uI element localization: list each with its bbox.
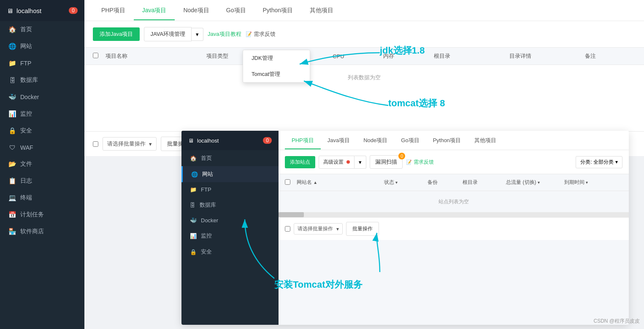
classify-button[interactable]: 分类: 全部分类 ▾ [576, 156, 622, 168]
red-dot-indicator [346, 160, 350, 164]
scrollbar-thumb[interactable] [279, 212, 304, 217]
add-java-project-button[interactable]: 添加Java项目 [93, 27, 140, 41]
sidebar-item-home[interactable]: 🏠首页 [0, 21, 84, 38]
bottom-select-checkbox[interactable] [93, 141, 98, 147]
inner-th-flow: 总流量 (切换) ▾ [506, 179, 564, 186]
inner-batch-button[interactable]: 批量操作 [346, 222, 379, 236]
tab-java[interactable]: Java项目 [134, 1, 175, 20]
inner-server-icon: 🖥 [188, 138, 194, 144]
sidebar-item-store[interactable]: 🏪软件商店 [0, 223, 84, 240]
inner-main: PHP项目 Java项目 Node项目 Go项目 Python项目 其他项目 添… [279, 131, 629, 325]
php-toolbar: 添加站点 高级设置 ▾ 漏洞扫描 0 📝 需求反馈 [279, 150, 629, 174]
inner-tab-java[interactable]: Java项目 [321, 132, 357, 149]
th-project-name: 项目名称 [106, 52, 206, 60]
env-management-group: JAVA环境管理 ▾ [144, 27, 203, 41]
inner-nav-home[interactable]: 🏠首页 [181, 150, 279, 166]
inner-nav-ftp[interactable]: 📁FTP [181, 182, 279, 197]
server-icon: 🖥 [7, 7, 13, 14]
monitor-icon: 📊 [8, 110, 16, 118]
tab-php[interactable]: PHP项目 [93, 1, 134, 20]
inner-globe-icon: 🌐 [191, 171, 198, 178]
env-dropdown-button[interactable]: ▾ [192, 28, 203, 41]
ftp-icon: 📁 [8, 59, 16, 67]
add-site-button[interactable]: 添加站点 [285, 156, 315, 168]
select-all-checkbox[interactable] [93, 53, 98, 58]
php-bottom-bar: 请选择批量操作 ▾ 批量操作 [279, 217, 629, 240]
horizontal-scrollbar[interactable] [279, 212, 629, 217]
feedback-link[interactable]: 📝 需求反馈 [246, 30, 276, 38]
inner-nav-monitor[interactable]: 📊监控 [181, 228, 279, 244]
inner-tab-python[interactable]: Python项目 [426, 132, 468, 149]
store-icon: 🏪 [8, 228, 16, 235]
inner-bottom-checkbox[interactable] [285, 226, 290, 232]
vuln-scan-button[interactable]: 漏洞扫描 [370, 155, 403, 169]
sidebar-item-docker[interactable]: 🐳Docker [0, 89, 84, 105]
database-icon: 🗄 [8, 77, 16, 84]
inner-select-all-checkbox[interactable] [285, 179, 290, 185]
inner-tab-go[interactable]: Go项目 [394, 132, 426, 149]
classify-arrow-icon: ▾ [615, 159, 618, 165]
inner-nav-database[interactable]: 🗄数据库 [181, 197, 279, 213]
advanced-settings-group: 高级设置 ▾ [319, 156, 366, 169]
sidebar-item-database[interactable]: 🗄数据库 [0, 72, 84, 89]
sidebar-item-ftp[interactable]: 📁FTP [0, 55, 84, 72]
tab-other[interactable]: 其他项目 [301, 1, 342, 20]
inner-tab-other[interactable]: 其他项目 [468, 132, 503, 149]
globe-icon: 🌐 [8, 43, 16, 50]
watermark: CSDN @程序员皮皮 [593, 318, 640, 325]
security-icon: 🔒 [8, 127, 16, 135]
php-empty-message: 站点列表为空 [279, 191, 629, 212]
home-icon: 🏠 [8, 26, 16, 33]
tab-python[interactable]: Python项目 [254, 1, 302, 20]
inner-db-icon: 🗄 [190, 202, 195, 208]
project-tabs: PHP项目 Java项目 Node项目 Go项目 Python项目 其他项目 [84, 0, 644, 21]
sidebar-brand: 🖥 localhost [7, 7, 41, 14]
tab-go[interactable]: Go项目 [218, 1, 254, 20]
inner-project-tabs: PHP项目 Java项目 Node项目 Go项目 Python项目 其他项目 [279, 131, 629, 150]
th-note: 备注 [585, 52, 636, 60]
inner-tab-php[interactable]: PHP项目 [285, 132, 321, 149]
hostname: localhost [16, 7, 41, 14]
inner-tab-node[interactable]: Node项目 [357, 132, 394, 149]
files-icon: 📂 [8, 160, 16, 168]
inner-feedback-link[interactable]: 📝 需求反馈 [406, 159, 434, 166]
main-area: PHP项目 Java项目 Node项目 Go项目 Python项目 其他项目 添… [84, 0, 644, 329]
tomcat-management-item[interactable]: Tomcat管理 [243, 66, 310, 82]
inner-th-expire: 到期时间 ▾ [564, 179, 622, 186]
inner-th-select-all [285, 179, 297, 186]
advanced-settings-button[interactable]: 高级设置 [319, 156, 354, 169]
sidebar-item-cron[interactable]: 📅计划任务 [0, 206, 84, 223]
sidebar-item-security[interactable]: 🔒安全 [0, 122, 84, 139]
env-dropdown-menu: JDK管理 Tomcat管理 [243, 50, 310, 83]
th-select-all [93, 53, 106, 59]
inner-nav-website[interactable]: 🌐网站 [181, 166, 279, 182]
sidebar: 🖥 localhost 0 🏠首页 🌐网站 📁FTP 🗄数据库 🐳Docker … [0, 0, 84, 329]
inner-nav-security[interactable]: 🔒安全 [181, 244, 279, 260]
java-table-header: 项目名称 项目类型 端口 CPU 内存 根目录 目录详情 备注 [84, 47, 644, 65]
inner-batch-select[interactable]: 请选择批量操作 ▾ [294, 223, 343, 235]
inner-docker-icon: 🐳 [190, 217, 197, 224]
sidebar-item-website[interactable]: 🌐网站 [0, 38, 84, 55]
th-cpu: CPU [333, 53, 383, 59]
inner-dropdown-arrow: ▾ [336, 226, 339, 232]
sidebar-item-files[interactable]: 📂文件 [0, 156, 84, 173]
sidebar-item-monitor[interactable]: 📊监控 [0, 105, 84, 122]
sidebar-item-terminal[interactable]: 💻终端 [0, 189, 84, 206]
inner-th-root: 根目录 [463, 179, 506, 186]
inner-monitor-icon: 📊 [190, 233, 197, 239]
notification-badge: 0 [69, 7, 78, 14]
advanced-dropdown-button[interactable]: ▾ [354, 156, 366, 169]
inner-nav-docker[interactable]: 🐳Docker [181, 213, 279, 228]
php-project-panel: 🖥 localhost 0 🏠首页 🌐网站 📁FTP 🗄数据库 🐳Docker … [181, 131, 629, 325]
jdk-management-item[interactable]: JDK管理 [243, 50, 310, 66]
docker-icon: 🐳 [8, 93, 16, 101]
batch-select-dropdown[interactable]: 请选择批量操作 ▾ [103, 137, 157, 151]
sidebar-item-logs[interactable]: 📋日志 [0, 173, 84, 189]
th-root-dir: 根目录 [434, 52, 509, 60]
sidebar-item-waf[interactable]: 🛡WAF [0, 139, 84, 156]
inner-sidebar: 🖥 localhost 0 🏠首页 🌐网站 📁FTP 🗄数据库 🐳Docker … [181, 131, 279, 325]
java-env-button[interactable]: JAVA环境管理 [144, 27, 192, 41]
tab-node[interactable]: Node项目 [175, 1, 217, 20]
sidebar-nav: 🏠首页 🌐网站 📁FTP 🗄数据库 🐳Docker 📊监控 🔒安全 🛡WAF 📂… [0, 21, 84, 329]
java-tutorial-link[interactable]: Java项目教程 [208, 30, 241, 38]
